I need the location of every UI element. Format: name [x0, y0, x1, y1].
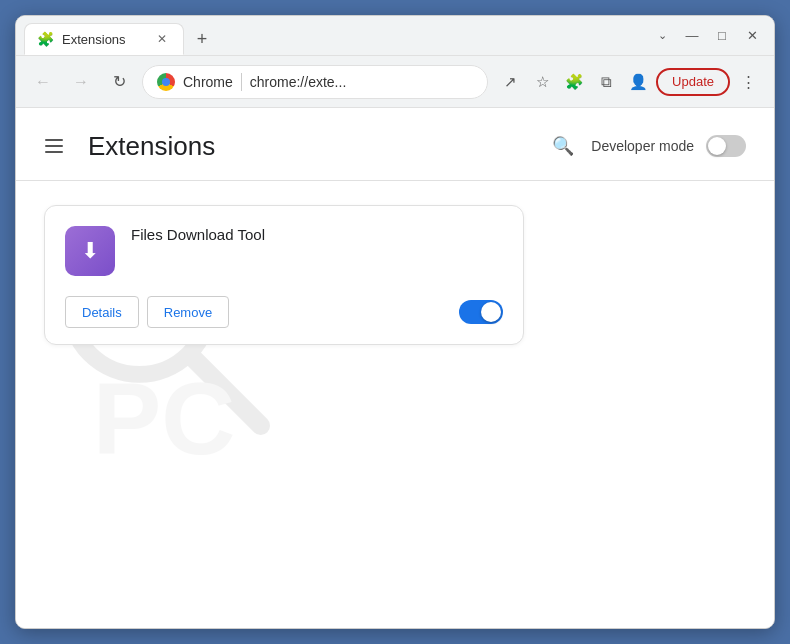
extensions-puzzle-button[interactable]: 🧩 — [560, 68, 588, 96]
update-button[interactable]: Update — [656, 68, 730, 96]
chrome-label: Chrome — [183, 74, 233, 90]
details-button[interactable]: Details — [65, 296, 139, 328]
hamburger-line-3 — [45, 151, 63, 153]
extension-download-icon: ⬇ — [81, 238, 99, 264]
address-actions: ↗ ☆ 🧩 ⧉ 👤 Update ⋮ — [496, 68, 762, 96]
browser-window: 🧩 Extensions ✕ + ⌄ — □ ✕ ← → ↻ Chrome ch… — [15, 15, 775, 629]
extensions-page: Extensions 🔍 Developer mode — [16, 108, 774, 628]
tab-title: Extensions — [62, 32, 145, 47]
tabs-area: 🧩 Extensions ✕ + — [16, 16, 640, 55]
extension-info: Files Download Tool — [131, 226, 503, 247]
profile-button[interactable]: 👤 — [624, 68, 652, 96]
search-icon: 🔍 — [552, 135, 574, 157]
developer-mode-label: Developer mode — [591, 138, 694, 154]
extensions-body: PC ⬇ Files Download Tool Details — [16, 181, 774, 628]
back-button[interactable]: ← — [28, 67, 58, 97]
forward-button[interactable]: → — [66, 67, 96, 97]
maximize-button[interactable]: □ — [708, 22, 736, 50]
svg-line-1 — [193, 358, 260, 425]
window-controls: ⌄ — □ ✕ — [640, 16, 774, 55]
header-right: 🔍 Developer mode — [547, 130, 746, 162]
reload-button[interactable]: ↻ — [104, 67, 134, 97]
hamburger-line-1 — [45, 139, 63, 141]
address-text: chrome://exte... — [250, 74, 473, 90]
hamburger-line-2 — [45, 145, 63, 147]
remove-button[interactable]: Remove — [147, 296, 229, 328]
extension-icon: ⬇ — [65, 226, 115, 276]
header-left: Extensions — [36, 128, 215, 164]
bookmark-button[interactable]: ☆ — [528, 68, 556, 96]
new-tab-button[interactable]: + — [188, 25, 216, 53]
card-top: ⬇ Files Download Tool — [65, 226, 503, 276]
extension-enabled-toggle[interactable] — [459, 300, 503, 324]
extensions-header: Extensions 🔍 Developer mode — [16, 108, 774, 181]
minimize-button[interactable]: — — [678, 22, 706, 50]
share-button[interactable]: ↗ — [496, 68, 524, 96]
search-extensions-button[interactable]: 🔍 — [547, 130, 579, 162]
window-dropdown-button[interactable]: ⌄ — [648, 22, 676, 50]
address-divider — [241, 73, 242, 91]
card-actions: Details Remove — [65, 296, 503, 328]
tab-close-button[interactable]: ✕ — [153, 30, 171, 48]
chrome-menu-button[interactable]: ⋮ — [734, 68, 762, 96]
split-screen-button[interactable]: ⧉ — [592, 68, 620, 96]
page-title: Extensions — [88, 131, 215, 162]
title-bar: 🧩 Extensions ✕ + ⌄ — □ ✕ — [16, 16, 774, 56]
chrome-logo-icon — [157, 73, 175, 91]
developer-mode-toggle[interactable] — [706, 135, 746, 157]
address-bar: ← → ↻ Chrome chrome://exte... ↗ ☆ 🧩 ⧉ 👤 … — [16, 56, 774, 108]
extension-card: ⬇ Files Download Tool Details Remove — [44, 205, 524, 345]
active-tab[interactable]: 🧩 Extensions ✕ — [24, 23, 184, 55]
address-field[interactable]: Chrome chrome://exte... — [142, 65, 488, 99]
close-button[interactable]: ✕ — [738, 22, 766, 50]
svg-text:PC: PC — [93, 361, 236, 476]
extension-name: Files Download Tool — [131, 226, 503, 243]
update-label: Update — [672, 74, 714, 89]
page-content: Extensions 🔍 Developer mode — [16, 108, 774, 628]
card-buttons: Details Remove — [65, 296, 229, 328]
tab-favicon-icon: 🧩 — [37, 31, 54, 47]
sidebar-toggle-button[interactable] — [36, 128, 72, 164]
